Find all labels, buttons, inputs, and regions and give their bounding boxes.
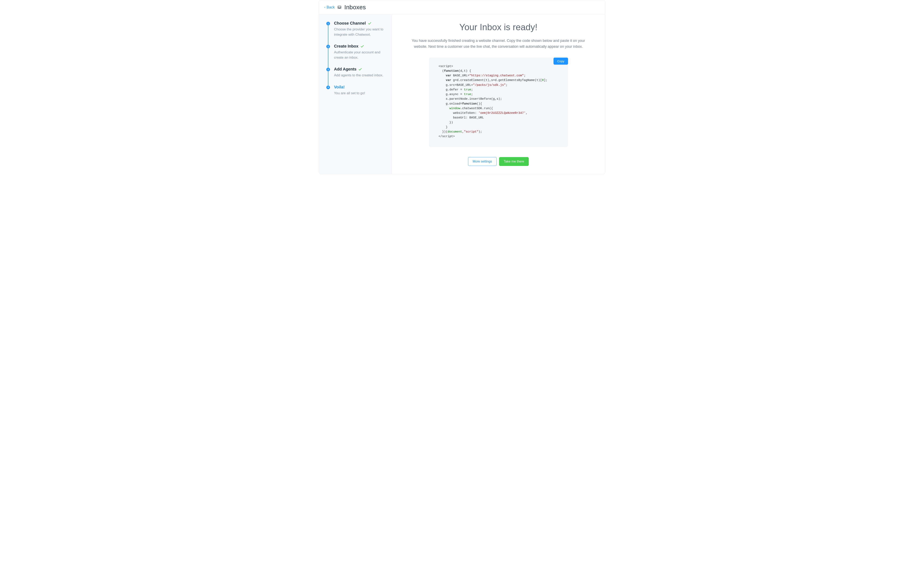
copy-button[interactable]: Copy	[553, 58, 568, 65]
step-number-badge: 2	[326, 45, 330, 48]
steps-list: 1 Choose Channel Choose the provider you…	[326, 21, 388, 96]
back-label: Back	[327, 5, 335, 10]
page-title: Inboxes	[344, 4, 366, 11]
page-root: ‹ Back Inboxes 1 Choose Channel	[319, 0, 605, 174]
step-desc: You are all set to go!	[334, 91, 388, 96]
main-panel: Your Inbox is ready! You have successful…	[391, 14, 605, 174]
step-title-text: Add Agents	[334, 67, 356, 72]
step-voila: 4 Voila! You are all set to go!	[326, 85, 388, 96]
step-number-badge: 1	[326, 22, 330, 26]
step-desc: Add agents to the created inbox.	[334, 73, 388, 78]
content: 1 Choose Channel Choose the provider you…	[319, 14, 605, 174]
take-me-there-button[interactable]: Take me there	[499, 157, 529, 166]
step-title-text: Voila!	[334, 85, 345, 90]
inbox-icon	[337, 5, 342, 9]
step-number-badge: 3	[326, 68, 330, 71]
step-title: Choose Channel	[334, 21, 372, 26]
step-title: Add Agents	[334, 67, 362, 72]
step-desc: Authenticate your account and create an …	[334, 50, 388, 60]
step-choose-channel: 1 Choose Channel Choose the provider you…	[326, 21, 388, 44]
success-heading: Your Inbox is ready!	[405, 22, 592, 32]
more-settings-button[interactable]: More settings	[468, 157, 497, 166]
step-add-agents: 3 Add Agents Add agents to the created i…	[326, 67, 388, 85]
step-title: Voila!	[334, 85, 345, 90]
step-title: Create Inbox	[334, 44, 364, 48]
check-icon	[368, 22, 372, 25]
step-number-badge: 4	[326, 86, 330, 89]
step-title-text: Create Inbox	[334, 44, 358, 48]
check-icon	[358, 67, 362, 71]
topbar: ‹ Back Inboxes	[319, 0, 605, 14]
back-link[interactable]: ‹ Back	[324, 5, 335, 10]
step-title-text: Choose Channel	[334, 21, 366, 26]
step-create-inbox: 2 Create Inbox Authenticate your account…	[326, 44, 388, 67]
check-icon	[360, 45, 364, 48]
action-row: More settings Take me there	[405, 157, 592, 166]
code-block[interactable]: <script> (function(d,t) { var BASE_URL="…	[439, 64, 558, 139]
code-card: Copy <script> (function(d,t) { var BASE_…	[429, 58, 568, 147]
success-description: You have successfully finished creating …	[410, 38, 587, 50]
chevron-left-icon: ‹	[324, 6, 325, 9]
step-desc: Choose the provider you want to integrat…	[334, 27, 388, 37]
steps-sidebar: 1 Choose Channel Choose the provider you…	[319, 14, 391, 174]
